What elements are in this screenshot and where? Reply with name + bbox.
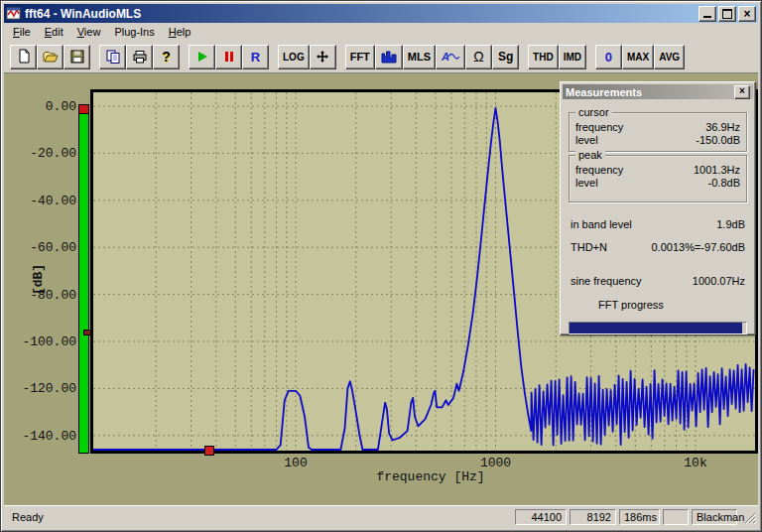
y-tick-label: -140.00	[4, 429, 76, 444]
cursor-group-label: cursor	[575, 106, 612, 118]
mls-button[interactable]: MLS	[403, 45, 436, 69]
four-way-arrow-icon	[315, 49, 330, 65]
open-button[interactable]	[37, 45, 64, 69]
sine-wave-icon: A	[441, 49, 460, 65]
cursor-frequency-label: frequency	[575, 121, 623, 134]
peak-frequency-label: frequency	[575, 164, 623, 177]
spectrum-bars-icon	[380, 49, 398, 65]
save-button[interactable]	[64, 45, 90, 69]
thdn-value: 0.0013%=-97.60dB	[652, 241, 746, 253]
measurements-close-icon: ×	[739, 85, 745, 96]
sine-frequency-label: sine frequency	[571, 275, 642, 287]
status-empty-pane	[663, 509, 689, 525]
status-window-function: Blackman	[692, 509, 737, 525]
log-scale-button[interactable]: LOG	[278, 45, 310, 69]
sine-wave-button[interactable]: A	[436, 45, 465, 69]
r-label: R	[251, 50, 260, 65]
max-hold-button[interactable]: MAX	[622, 45, 654, 69]
spectrum-display-button[interactable]	[375, 45, 403, 69]
thdn-label: THD+N	[571, 241, 607, 253]
open-folder-icon	[43, 49, 59, 65]
menu-view[interactable]: View	[70, 24, 108, 40]
measurements-title-bar[interactable]: Measurements ×	[563, 84, 753, 99]
app-icon	[6, 6, 21, 21]
status-message: Ready	[6, 511, 515, 523]
move-button[interactable]	[310, 45, 336, 69]
fft-progress-bar	[569, 322, 747, 334]
peak-group: peak frequency1001.3Hz level-0.8dB	[569, 155, 747, 202]
fft-button[interactable]: FFT	[345, 45, 375, 69]
fft-label: FFT	[350, 51, 370, 63]
print-button[interactable]	[126, 45, 153, 69]
y-tick-label: -80.00	[4, 288, 76, 303]
cursor-level-value: -150.0dB	[696, 134, 740, 147]
y-tick-label: -120.00	[4, 381, 76, 396]
menu-file[interactable]: File	[6, 24, 38, 40]
thd-label: THD	[533, 52, 554, 63]
maximize-button[interactable]	[718, 6, 736, 22]
fft-progress-fill	[570, 323, 742, 333]
app-window: fft64 - WinAudioMLS × File Edit View Plu…	[0, 0, 762, 532]
close-icon: ×	[743, 9, 750, 19]
pause-button[interactable]	[215, 45, 242, 69]
minimize-button[interactable]	[698, 6, 716, 22]
save-floppy-icon	[69, 49, 85, 65]
in-band-level-value: 1.9dB	[716, 218, 745, 230]
wave-letter: A	[441, 51, 449, 63]
y-tick-label: -40.00	[4, 194, 76, 208]
cursor-marker[interactable]	[204, 446, 214, 456]
new-document-icon	[16, 49, 32, 65]
sg-label: Sg	[498, 50, 513, 64]
y-tick-label: -100.00	[4, 334, 76, 349]
pause-icon	[221, 49, 237, 65]
close-button[interactable]: ×	[738, 6, 756, 22]
in-band-level-label: in band level	[571, 218, 632, 230]
printer-icon	[132, 49, 148, 65]
x-tick-label: 100	[284, 456, 307, 470]
measurements-close-button[interactable]: ×	[734, 85, 750, 99]
status-bar: Ready 44100 8192 186ms Blackman	[4, 505, 758, 528]
cursor-frequency-value: 36.9Hz	[705, 121, 740, 134]
fft-progress-label: FFT progress	[598, 299, 755, 311]
toolbar: ? R LOG FFT MLS A Ω Sg THD IMD 0 MAX AVG	[4, 41, 758, 73]
x-tick-label: 10k	[684, 456, 706, 470]
resize-grip[interactable]	[742, 510, 756, 524]
menu-plugins[interactable]: Plug-Ins	[107, 24, 161, 40]
measurements-title: Measurements	[566, 86, 734, 98]
help-button[interactable]: ?	[153, 45, 180, 69]
r-button[interactable]: R	[242, 45, 269, 69]
menu-help[interactable]: Help	[162, 24, 198, 40]
zero-button[interactable]: 0	[595, 45, 622, 69]
imd-label: IMD	[564, 52, 581, 63]
window-title: fft64 - WinAudioMLS	[25, 7, 698, 21]
thd-button[interactable]: THD	[528, 45, 559, 69]
avg-button[interactable]: AVG	[654, 45, 685, 69]
peak-frequency-value: 1001.3Hz	[694, 164, 740, 177]
copy-button[interactable]	[99, 45, 126, 69]
help-icon: ?	[162, 49, 171, 65]
sg-button[interactable]: Sg	[492, 45, 519, 69]
x-axis-label: frequency [Hz]	[302, 469, 560, 484]
y-tick-label: -20.00	[4, 146, 76, 161]
window-controls: ×	[698, 6, 756, 22]
status-fft-size: 8192	[570, 509, 616, 525]
minimize-icon	[703, 16, 711, 18]
cursor-level-label: level	[575, 134, 598, 147]
peak-level-label: level	[575, 177, 598, 190]
play-button[interactable]	[189, 45, 215, 69]
status-time: 186ms	[619, 509, 660, 525]
omega-button[interactable]: Ω	[465, 45, 492, 69]
sine-frequency-value: 1000.07Hz	[693, 275, 745, 287]
zero-label: 0	[605, 50, 612, 65]
y-tick-label: 0.00	[4, 99, 76, 114]
menu-edit[interactable]: Edit	[38, 24, 70, 40]
title-bar[interactable]: fft64 - WinAudioMLS ×	[4, 4, 758, 23]
plot-client-area: [dB] 0.00-20.00-40.00-60.00-80.00-100.00…	[4, 73, 758, 505]
imd-button[interactable]: IMD	[559, 45, 586, 69]
peak-group-label: peak	[575, 149, 605, 161]
play-icon	[194, 49, 210, 65]
cursor-group: cursor frequency36.9Hz level-150.0dB	[569, 112, 747, 152]
omega-icon: Ω	[473, 49, 483, 65]
x-tick-label: 1000	[480, 456, 511, 470]
new-button[interactable]	[10, 45, 37, 69]
